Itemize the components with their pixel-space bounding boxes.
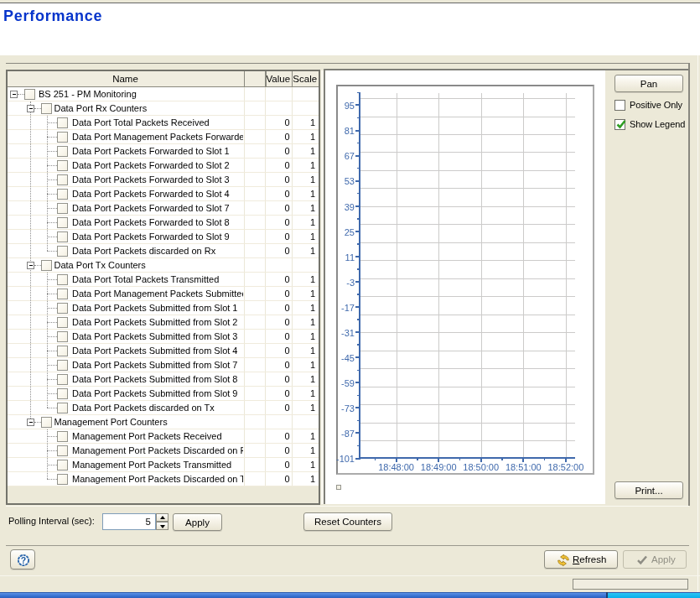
svg-text:?: ?: [20, 555, 25, 565]
